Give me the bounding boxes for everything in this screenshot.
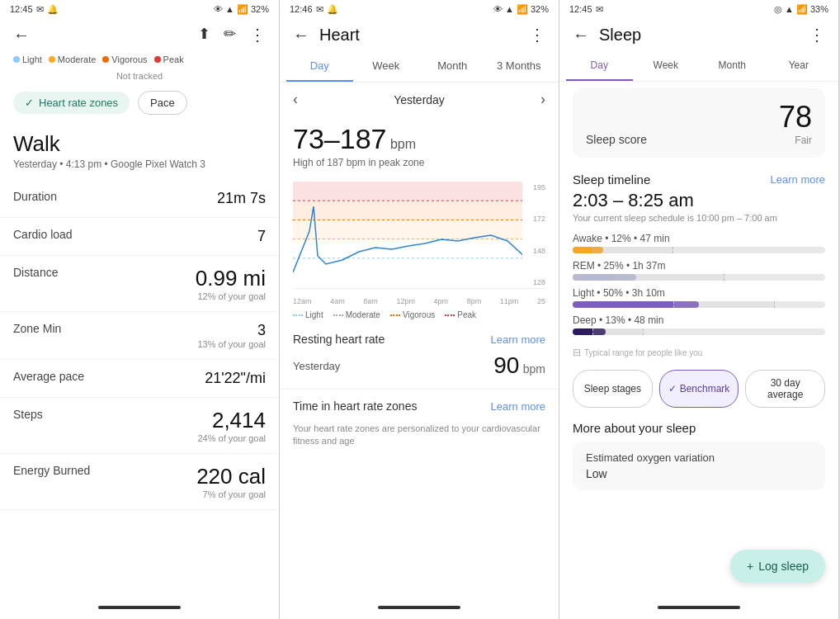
mail-icon: ✉ [36,4,44,15]
pace-button[interactable]: Pace [138,91,187,115]
distance-row: Distance 0.99 mi 12% of your goal [0,256,279,312]
legend-moderate: Moderate [49,54,96,64]
date-nav: ‹ Yesterday › [280,83,559,116]
not-tracked-label: Not tracked [116,71,163,81]
sleep-content: Sleep score 78 Fair Sleep timeline Learn… [559,82,838,599]
zones-learn-more[interactable]: Learn more [491,400,545,413]
battery-3: 33% [810,4,828,14]
typical-label: ⊟ Typical range for people like you [559,345,838,363]
energy-value: 220 cal [196,464,266,489]
back-button-2[interactable]: ← [293,26,309,45]
zonemin-row: Zone Min 3 13% of your goal [0,312,279,360]
rhr-section: Resting heart rate Learn more [280,323,559,349]
light-bar-bg [573,301,825,308]
bottom-bar-3 [559,599,838,619]
distance-value: 0.99 mi [196,266,266,291]
sleep-tabs: Day Week Month Year [559,51,838,82]
wifi-icon: ▲ [225,4,234,14]
check-icon-2: ✓ [668,383,677,395]
rem-bar-bg [573,274,825,281]
eye-icon: 👁 [214,4,223,14]
timeline-label: Sleep timeline [573,172,650,187]
chart-x-labels: 12am 4am 8am 12pm 4pm 8pm 11pm 25 [280,295,559,307]
light-line [293,314,303,316]
zone-legend-bottom: Light Moderate Vigorous Peak [280,307,559,323]
heart-rate-zones-button[interactable]: ✓ Heart rate zones [13,92,130,114]
zonemin-value: 3 [197,322,266,339]
log-sleep-button[interactable]: + Log sleep [730,550,825,583]
steps-value: 2,414 [197,408,266,433]
deep-stage: Deep • 13% • 48 min [573,314,825,335]
heart-tabs: Day Week Month 3 Months [280,51,559,83]
mail-icon-3: ✉ [596,4,603,15]
sleep-stages: Awake • 12% • 47 min REM • 25% • 1h 37m … [559,229,838,345]
activity-title: Walk [0,121,279,158]
cardio-value: 7 [257,228,266,245]
tab-sleep-month[interactable]: Month [699,51,766,81]
tab-sleep-day[interactable]: Day [566,51,633,81]
wifi-icon-2: ▲ [505,4,514,14]
edit-icon[interactable]: ✏ [224,25,236,45]
more-menu-2[interactable]: ⋮ [529,25,545,45]
energy-sub: 7% of your goal [196,489,266,499]
status-bar-2: 12:46 ✉ 🔔 👁 ▲ 📶 32% [280,0,559,18]
heart-title: Heart [319,26,360,45]
time-3: 12:45 [569,4,592,14]
legend-light: Light [13,54,42,64]
zones-note: Your heart rate zones are personalized t… [280,416,559,455]
tab-week[interactable]: Week [353,51,420,82]
share-icon[interactable]: ⬆ [198,25,210,45]
light-label: Light • 50% • 3h 10m [573,287,825,299]
rhr-unit: bpm [523,362,545,376]
timeline-learn-more[interactable]: Learn more [771,173,825,186]
zone-buttons: ✓ Heart rate zones Pace [0,84,279,121]
tab-3months[interactable]: 3 Months [486,51,553,82]
awake-stage: Awake • 12% • 47 min [573,233,825,253]
more-menu-3[interactable]: ⋮ [809,25,825,45]
vigorous-zone-item: Vigorous [390,310,435,319]
chart-svg [293,182,522,288]
distance-sub: 12% of your goal [196,291,266,301]
rem-stage: REM • 25% • 1h 37m [573,260,825,281]
tab-sleep-week[interactable]: Week [633,51,700,81]
battery-2: 32% [531,4,549,14]
sleep-stages-button[interactable]: Sleep stages [573,370,653,408]
light-typical-range [673,301,774,308]
next-day-button[interactable]: › [540,91,545,108]
cardio-label: Cardio load [13,228,73,241]
peak-dot [154,56,161,63]
rhr-learn-more[interactable]: Learn more [491,333,545,346]
home-indicator-3 [658,606,740,609]
metrics-list: Duration 21m 7s Cardio load 7 Distance 0… [0,180,279,510]
plus-icon: + [747,560,753,573]
alert-icon: 🔔 [47,4,59,15]
awake-bar-bg [573,247,825,253]
duration-value: 21m 7s [217,190,266,207]
benchmark-button[interactable]: ✓ Benchmark [659,370,739,408]
wifi-icon-3: ▲ [785,4,794,14]
bpm-range: 73–187 [293,123,386,154]
signal-icon-2: 📶 [517,4,528,15]
more-sleep-label: More about your sleep [559,414,838,438]
location-icon: ◎ [774,4,782,15]
timeline-header: Sleep timeline Learn more [559,164,838,190]
time-2: 12:46 [290,4,313,14]
more-menu-1[interactable]: ⋮ [249,25,266,45]
back-button-1[interactable]: ← [13,26,30,45]
moderate-line [333,314,343,316]
moderate-dot [49,56,55,63]
vigorous-line [390,314,400,316]
signal-icon-3: 📶 [796,4,808,15]
time-1: 12:45 [10,4,33,14]
light-dot [13,56,20,63]
prev-day-button[interactable]: ‹ [293,91,298,108]
date-label: Yesterday [394,93,445,106]
30day-button[interactable]: 30 day average [745,370,825,408]
dashed-icon: ⊟ [573,347,581,358]
tab-month[interactable]: Month [419,51,486,82]
peak-zone-item: Peak [445,310,476,319]
sleep-score-card: Sleep score 78 Fair [573,88,825,158]
tab-sleep-year[interactable]: Year [766,51,833,81]
tab-day[interactable]: Day [286,51,353,82]
back-button-3[interactable]: ← [573,26,589,45]
